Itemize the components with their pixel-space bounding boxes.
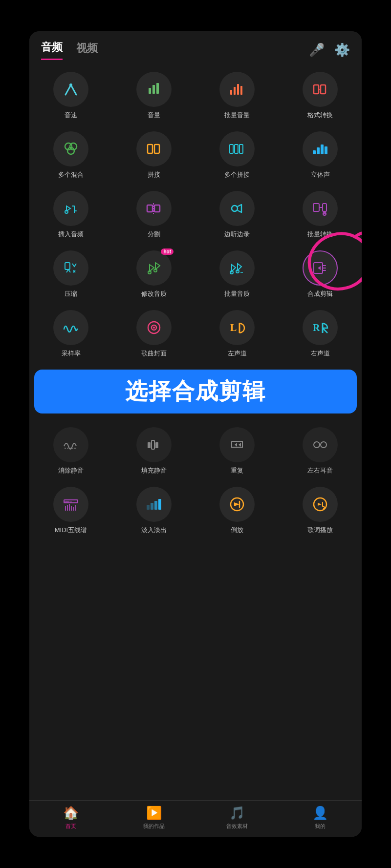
- tool-synth-edit[interactable]: 合成剪辑: [279, 244, 362, 303]
- tool-left-ch[interactable]: L 左声道: [196, 303, 279, 363]
- svg-rect-15: [230, 145, 233, 153]
- tab-audio[interactable]: 音频: [41, 40, 63, 60]
- microphone-icon[interactable]: 🎤: [309, 42, 325, 58]
- play-icon: ▶️: [146, 806, 162, 821]
- svg-point-0: [69, 83, 72, 86]
- svg-rect-45: [148, 442, 151, 448]
- tool-batch-quality[interactable]: 批量音质: [196, 244, 279, 303]
- svg-rect-4: [230, 90, 232, 95]
- blue-banner: 选择合成剪辑: [34, 370, 357, 413]
- tool-modify-quality[interactable]: hot 修改音质: [112, 244, 196, 303]
- tool-lyric[interactable]: 歌词播放: [279, 480, 362, 539]
- banner-text: 选择合成剪辑: [125, 378, 266, 404]
- tab-video[interactable]: 视频: [76, 41, 98, 60]
- tool-silence-fill[interactable]: 填充静音: [112, 420, 196, 480]
- svg-point-31: [148, 271, 151, 274]
- tool-batch-conv[interactable]: 批量转换: [279, 184, 362, 244]
- tool-mix[interactable]: 多个混合: [29, 124, 112, 184]
- nav-mine[interactable]: 👤 我的: [279, 806, 362, 830]
- nav-my-works[interactable]: ▶️ 我的作品: [112, 806, 196, 830]
- tool-silence-remove[interactable]: 消除静音: [29, 420, 112, 480]
- nav-sfx[interactable]: 🎵 音效素材: [196, 806, 279, 830]
- tool-format[interactable]: 格式转换: [279, 65, 362, 124]
- svg-point-22: [65, 210, 68, 213]
- svg-rect-54: [154, 501, 157, 510]
- svg-rect-19: [317, 147, 320, 154]
- home-icon: 🏠: [63, 806, 79, 821]
- tool-midi[interactable]: MIDI MIDI五线谱: [29, 480, 112, 539]
- tools-grid: 音速 音量 批量音量: [29, 60, 362, 368]
- svg-rect-6: [237, 84, 239, 95]
- svg-rect-9: [321, 85, 326, 94]
- tool-insert[interactable]: 插入音频: [29, 184, 112, 244]
- svg-point-26: [232, 206, 238, 211]
- tool-compress[interactable]: 压缩: [29, 244, 112, 303]
- svg-rect-55: [158, 499, 161, 510]
- sfx-icon: 🎵: [229, 806, 245, 821]
- bottom-nav: 🏠 首页 ▶️ 我的作品 🎵 音效素材 👤 我的: [29, 800, 362, 837]
- svg-rect-53: [151, 503, 153, 510]
- tool-batch-volume[interactable]: 批量音量: [196, 65, 279, 124]
- svg-text:R: R: [313, 322, 320, 333]
- tool-multi-join[interactable]: 多个拼接: [196, 124, 279, 184]
- filter-icon[interactable]: ⚙️: [334, 42, 350, 58]
- tool-fade[interactable]: 淡入淡出: [112, 480, 196, 539]
- svg-rect-28: [323, 204, 326, 211]
- svg-point-49: [321, 442, 326, 448]
- tool-speed[interactable]: 音速: [29, 65, 112, 124]
- svg-text:MIDI: MIDI: [65, 500, 72, 504]
- svg-rect-17: [239, 145, 243, 153]
- tool-cover[interactable]: 歌曲封面: [112, 303, 196, 363]
- svg-rect-8: [314, 85, 319, 94]
- svg-rect-7: [240, 86, 242, 95]
- svg-rect-21: [325, 146, 327, 154]
- tool-volume[interactable]: 音量: [112, 65, 196, 124]
- svg-rect-3: [156, 83, 159, 94]
- svg-rect-47: [155, 442, 158, 448]
- header-actions: 🎤 ⚙️: [309, 42, 350, 58]
- tools-grid-2: 消除静音 填充静音 重复: [29, 415, 362, 544]
- tool-sample-rate[interactable]: 采样率: [29, 303, 112, 363]
- header: 音频 视频 🎤 ⚙️: [29, 31, 362, 60]
- svg-rect-27: [313, 204, 319, 211]
- hot-badge: hot: [161, 248, 174, 255]
- tool-right-ch[interactable]: R 右声道: [279, 303, 362, 363]
- svg-point-32: [154, 269, 157, 272]
- tool-lr-ear[interactable]: 左右耳音: [279, 420, 362, 480]
- svg-rect-16: [235, 145, 238, 153]
- svg-rect-46: [152, 440, 154, 449]
- tool-join[interactable]: 拼接: [112, 124, 196, 184]
- svg-point-33: [230, 271, 233, 274]
- tool-repeat[interactable]: 重复: [196, 420, 279, 480]
- svg-rect-23: [147, 205, 152, 212]
- svg-rect-13: [148, 145, 152, 153]
- svg-point-48: [314, 442, 320, 448]
- svg-point-34: [236, 270, 239, 273]
- svg-rect-14: [154, 145, 159, 153]
- tool-stereo[interactable]: 立体声: [279, 124, 362, 184]
- tool-reverse[interactable]: 倒放: [196, 480, 279, 539]
- tool-live-rec[interactable]: 边听边录: [196, 184, 279, 244]
- svg-rect-52: [147, 505, 150, 510]
- nav-home[interactable]: 🏠 首页: [29, 806, 112, 830]
- svg-rect-24: [154, 205, 160, 212]
- svg-point-58: [323, 508, 325, 510]
- user-icon: 👤: [312, 806, 328, 821]
- svg-point-39: [153, 327, 155, 329]
- svg-rect-20: [321, 145, 324, 154]
- svg-rect-2: [152, 85, 155, 94]
- svg-rect-18: [313, 150, 316, 154]
- svg-text:L: L: [230, 322, 237, 333]
- tool-split[interactable]: 分割: [112, 184, 196, 244]
- svg-rect-5: [234, 87, 236, 95]
- svg-rect-1: [149, 88, 151, 94]
- svg-rect-30: [65, 263, 70, 269]
